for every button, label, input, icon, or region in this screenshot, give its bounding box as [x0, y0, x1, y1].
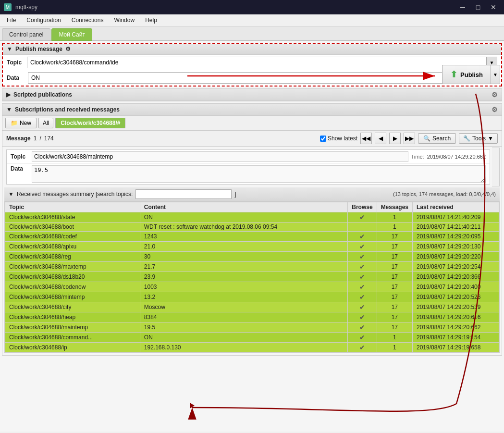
topic-input[interactable]: [27, 57, 487, 68]
all-subscriptions-button[interactable]: All: [38, 118, 53, 128]
table-row[interactable]: Clock/work/c304688/maxtemp 21.7 ✔ 17 201…: [5, 262, 499, 272]
cell-content: 21.7: [140, 262, 347, 272]
summary-header[interactable]: ▼ Received messages summary [search topi…: [4, 187, 500, 201]
show-latest-checkbox-area[interactable]: Show latest: [320, 135, 357, 142]
cell-content: Moscow: [140, 302, 347, 312]
table-row[interactable]: Clock/work/c304688/codenow 1003 ✔ 17 201…: [5, 282, 499, 292]
cell-content: 30: [140, 252, 347, 262]
tools-icon: 🔧: [463, 135, 470, 142]
nav-last-button[interactable]: ▶▶: [404, 133, 415, 144]
cell-browse: [348, 223, 377, 232]
cell-messages: 1: [377, 333, 412, 343]
sub-panel-header[interactable]: ▼ Subscriptions and received messages ⚙: [2, 104, 502, 116]
cell-messages: 17: [377, 252, 412, 262]
nav-prev-button[interactable]: ◀: [375, 133, 386, 144]
cell-messages: 17: [377, 322, 412, 333]
cell-content: 1003: [140, 282, 347, 292]
cell-topic: Clock/work/c304688/mintemp: [5, 292, 140, 302]
menu-configuration[interactable]: Configuration: [22, 15, 65, 25]
summary-search-input[interactable]: [135, 189, 232, 199]
table-row[interactable]: Clock/work/c304688/reg 30 ✔ 17 2019/08/0…: [5, 252, 499, 262]
table-row[interactable]: Clock/work/c304688/ip 192.168.0.130 ✔ 1 …: [5, 343, 499, 353]
minimize-button[interactable]: ─: [456, 2, 469, 12]
table-row[interactable]: Clock/work/c304688/state ON ✔ 1 2019/08/…: [5, 212, 499, 223]
table-row[interactable]: Clock/work/c304688/city Moscow ✔ 17 2019…: [5, 302, 499, 312]
message-current: 1: [34, 135, 37, 142]
publish-message-panel: ▼ Publish message ⚙ Topic ▼ Data: [2, 43, 502, 87]
app-icon: M: [4, 3, 12, 11]
table-row[interactable]: Clock/work/c304688/command... ON ✔ 1 201…: [5, 333, 499, 343]
cell-messages: 1: [377, 343, 412, 353]
menubar: File Configuration Connections Window He…: [0, 14, 504, 26]
cell-messages: 17: [377, 312, 412, 322]
cell-last-received: 2019/08/07 14:29:20:220: [413, 252, 499, 262]
publish-panel-header[interactable]: ▼ Publish message ⚙: [3, 44, 501, 55]
cell-messages: 1: [377, 212, 412, 223]
tab-control-panel[interactable]: Control panel: [2, 28, 50, 40]
table-row[interactable]: Clock/work/c304688/ds18b20 23.9 ✔ 17 201…: [5, 272, 499, 282]
data-input[interactable]: [28, 72, 497, 84]
table-row[interactable]: Clock/work/c304688/codef 1243 ✔ 17 2019/…: [5, 232, 499, 242]
publish-topic-row: Topic ▼: [3, 55, 501, 70]
cell-browse: ✔: [348, 343, 377, 353]
cell-content: 13.2: [140, 292, 347, 302]
cell-content: 8384: [140, 312, 347, 322]
msg-data-textarea[interactable]: 19.5: [32, 165, 486, 183]
publish-dropdown-button[interactable]: ▼: [491, 65, 500, 84]
col-browse: Browse: [348, 202, 377, 212]
publish-data-row: Data: [3, 70, 501, 86]
titlebar: M mqtt-spy ─ □ ✕: [0, 0, 504, 14]
tools-button[interactable]: 🔧 Tools ▼: [459, 133, 498, 144]
nav-first-button[interactable]: ◀◀: [360, 133, 372, 144]
app-title: mqtt-spy: [15, 4, 452, 11]
close-button[interactable]: ✕: [487, 2, 500, 12]
cell-browse: ✔: [348, 242, 377, 252]
msg-time-label: Time:: [411, 154, 424, 160]
message-data-row: Data 19.5: [7, 164, 490, 184]
folder-icon: 📁: [11, 120, 18, 126]
scripted-panel-header[interactable]: ▶ Scripted publications ⚙: [2, 89, 502, 101]
menu-connections[interactable]: Connections: [67, 15, 109, 25]
col-messages: Messages: [377, 202, 412, 212]
col-topic: Topic: [5, 202, 140, 212]
col-content: Content: [140, 202, 347, 212]
publish-button-area: ⬆ Publish ▼: [442, 65, 500, 84]
table-row[interactable]: Clock/work/c304688/mintemp 13.2 ✔ 17 201…: [5, 292, 499, 302]
scripted-panel: ▶ Scripted publications ⚙: [2, 88, 502, 101]
cell-content: ON: [140, 333, 347, 343]
publish-button[interactable]: ⬆ Publish: [442, 65, 491, 84]
cell-content: WDT reset : software watchdog at 2019.08…: [140, 223, 347, 232]
cell-content: ON: [140, 212, 347, 223]
tab-moy-sait[interactable]: Мой Сайт: [51, 28, 92, 41]
tabbar: Control panel Мой Сайт: [0, 26, 504, 41]
message-nav: Message 1 / 174 Show latest ◀◀ ◀ ▶ ▶▶ 🔍 …: [2, 131, 502, 147]
show-latest-checkbox[interactable]: [320, 136, 326, 142]
active-subscription-tab[interactable]: Clock/work/c304688/#: [55, 118, 125, 128]
gear-icon[interactable]: ⚙: [65, 46, 71, 52]
maximize-button[interactable]: □: [471, 2, 485, 12]
table-row[interactable]: Clock/work/c304688/boot WDT reset : soft…: [5, 223, 499, 232]
menu-help[interactable]: Help: [140, 15, 162, 25]
nav-next-button[interactable]: ▶: [389, 133, 401, 144]
scripted-panel-title: Scripted publications: [13, 91, 72, 98]
collapse-arrow: ▼: [7, 46, 12, 52]
cell-messages: 17: [377, 242, 412, 252]
menu-window[interactable]: Window: [109, 15, 139, 25]
message-scrollbar[interactable]: [492, 148, 500, 186]
table-row[interactable]: Clock/work/c304688/heap 8384 ✔ 17 2019/0…: [5, 312, 499, 322]
menu-file[interactable]: File: [2, 15, 21, 25]
cell-last-received: 2019/08/07 14:29:20:366: [413, 272, 499, 282]
new-subscription-button[interactable]: 📁 New: [5, 118, 37, 128]
msg-topic-label: Topic: [11, 153, 29, 160]
table-row[interactable]: Clock/work/c304688/maintemp 19.5 ✔ 17 20…: [5, 322, 499, 333]
cell-browse: ✔: [348, 272, 377, 282]
message-total: 174: [44, 135, 54, 142]
col-last-received: Last received: [413, 202, 499, 212]
sub-gear-icon[interactable]: ⚙: [492, 106, 498, 113]
table-row[interactable]: Clock/work/c304688/apixu 21.0 ✔ 17 2019/…: [5, 242, 499, 252]
scripted-gear-icon[interactable]: ⚙: [492, 91, 498, 99]
cell-browse: ✔: [348, 312, 377, 322]
cell-topic: Clock/work/c304688/boot: [5, 223, 140, 232]
msg-topic-input[interactable]: [32, 151, 408, 162]
search-button[interactable]: 🔍 Search: [418, 133, 456, 144]
